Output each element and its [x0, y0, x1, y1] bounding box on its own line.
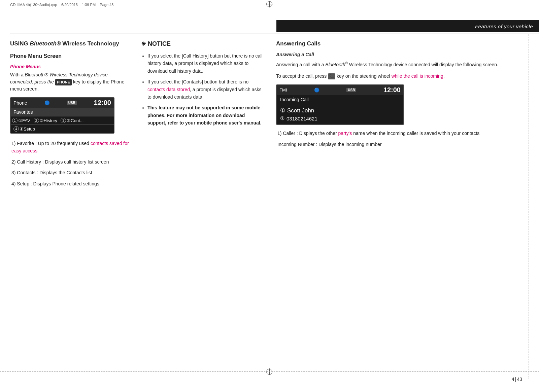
crosshair-bottom — [266, 368, 273, 375]
list-num-1: 1) — [11, 141, 17, 146]
list-item-4: 4) Setup : Displays Phone related settin… — [10, 180, 131, 187]
incoming-usb: USB — [346, 88, 356, 92]
page-num-val: 43 — [517, 377, 522, 382]
incoming-call-screen: FMI 🔵 USB 12:00 Incoming Call ① Scott Jo… — [276, 84, 404, 125]
menu-num-1: 1 — [12, 118, 18, 123]
notice-item-2: If you select the [Contacts] button but … — [147, 78, 263, 101]
caller-number-row: ② 03180214621 — [280, 115, 400, 121]
left-list: 1) Favorite : Up to 20 frequently used c… — [10, 140, 131, 187]
incoming-caller-info: ① Scott John ② 03180214621 — [277, 104, 403, 124]
list-item-3: 3) Contacts : Displays the Contacts list — [10, 169, 131, 176]
right-body-2: To accept the call, press key on the ste… — [276, 72, 525, 80]
right-column: Answering Calls Answering a Call Answeri… — [276, 40, 525, 151]
phone-menu-screen-title: Phone Menu Screen — [10, 53, 131, 59]
menu-icon-2: ② — [40, 118, 44, 123]
menu-label-history: History — [44, 118, 57, 123]
header-bar: Features of your vehicle — [276, 20, 539, 32]
setup-num: 4 — [13, 126, 19, 132]
right-highlight-1: party's — [338, 131, 352, 136]
screen-icon: 🔵 — [44, 100, 50, 105]
phone-screen-mockup: Phone 🔵 USB 12:00 Favorites 1 ① FAV 2 ② … — [10, 97, 114, 134]
incoming-call-label: Incoming Call — [277, 95, 403, 104]
body2-after: key on the steering wheel — [337, 73, 392, 79]
menu-item-history: 2 ② History — [34, 118, 57, 123]
right-item-2-text: Incoming Number : Displays the incoming … — [277, 142, 382, 147]
screen-favorites: Favorites — [11, 108, 114, 116]
bluetooth-brand-right: Bluetooth® — [325, 62, 348, 67]
list-text-1-before: Favorite : Up to 20 frequently used — [17, 141, 91, 146]
right-list-item-1: 1) Caller : Displays the other party's n… — [276, 130, 525, 137]
list-text-3: Contacts : Displays the Contacts list — [17, 170, 92, 175]
incoming-bt-icon: 🔵 — [314, 87, 319, 93]
notice-list: If you select the [Call History] button … — [141, 52, 263, 127]
answering-call-label: Answering a Call — [276, 52, 525, 57]
notice-highlight: contacts data stored — [147, 87, 190, 92]
menu-item-cont: 3 ③ Cont... — [61, 118, 83, 123]
screen-top-bar: Phone 🔵 USB 12:00 — [11, 98, 114, 108]
list-num-3: 3) — [11, 170, 17, 175]
notice-title: ✳ NOTICE — [141, 40, 263, 47]
incoming-top-bar: FMI 🔵 USB 12:00 — [277, 85, 403, 95]
file-meta: GD HMA 4b(130~Audio).qxp 6/20/2013 1:39 … — [10, 3, 113, 7]
phone-accept-icon — [328, 73, 335, 79]
number-num-label: ② — [280, 115, 284, 121]
section-title-using: USING Bluetooth® Wireless Technology — [10, 40, 131, 47]
caller-number: 03180214621 — [287, 116, 317, 121]
phone-menus-label: Phone Menus — [10, 64, 131, 69]
list-num-4: 4) — [11, 181, 17, 186]
menu-num-3: 3 — [61, 118, 66, 123]
caller-name: Scott John — [287, 107, 314, 114]
list-num-2: 2) — [11, 159, 17, 165]
menu-label-fav: FAV — [22, 118, 30, 123]
menu-item-fav: 1 ① FAV — [12, 118, 30, 123]
incoming-time: 12:00 — [383, 86, 401, 94]
brand-name: Bluetooth® — [30, 40, 61, 47]
body2-before: To accept the call, press — [276, 73, 328, 79]
screen-usb: USB — [67, 101, 77, 105]
page-sep: | — [515, 377, 516, 382]
menu-label-cont: Cont... — [71, 118, 83, 123]
meta-page: Page 43 — [100, 3, 113, 7]
top-divider — [10, 34, 539, 34]
screen-menu-row: 1 ① FAV 2 ② History 3 ③ Cont... — [11, 116, 114, 125]
phone-menus-body: With a Bluetooth® Wireless Technology de… — [10, 71, 131, 93]
page-prefix: 4 — [512, 377, 514, 382]
right-vline — [529, 34, 529, 379]
setup-icon: ④ — [20, 127, 24, 132]
menu-icon-1: ① — [18, 118, 22, 123]
left-column: USING Bluetooth® Wireless Technology Pho… — [10, 40, 131, 191]
right-list-item-2: Incoming Number : Displays the incoming … — [276, 141, 525, 148]
notice-star-icon: ✳ — [141, 41, 146, 47]
page-number: 4 | 43 — [512, 377, 522, 382]
header-text: Features of your vehicle — [475, 24, 533, 29]
caller-num-label: ① — [280, 107, 285, 114]
menu-icon-3: ③ — [67, 118, 71, 123]
notice-title-text: NOTICE — [148, 40, 171, 47]
setup-label: Setup — [24, 127, 35, 132]
list-item-2: 2) Call History : Displays call history … — [10, 158, 131, 166]
caller-name-row: ① Scott John — [280, 107, 400, 114]
right-list: 1) Caller : Displays the other party's n… — [276, 130, 525, 148]
meta-time: 1:39 PM — [82, 3, 96, 7]
bottom-divider — [0, 371, 539, 372]
screen-label: Phone — [13, 100, 27, 106]
right-body-1: Answering a call with a Bluetooth® Wirel… — [276, 61, 525, 68]
crosshair-top — [266, 1, 273, 7]
meta-date: 6/20/2013 — [61, 3, 78, 7]
screen-time: 12:00 — [94, 99, 111, 107]
notice-item-1: If you select the [Call History] button … — [147, 52, 263, 75]
list-text-2: Call History : Displays call history lis… — [17, 159, 109, 165]
screen-setup-row: 4 ④ Setup — [11, 125, 114, 133]
body2-highlight: while the call is incoming. — [392, 73, 445, 79]
meta-file: GD HMA 4b(130~Audio).qxp — [10, 3, 57, 7]
middle-column: ✳ NOTICE If you select the [Call History… — [141, 40, 263, 130]
menu-num-2: 2 — [34, 118, 39, 123]
phone-button: PHONE — [55, 79, 72, 85]
notice-item-3: This feature may not be supported in som… — [147, 104, 263, 127]
list-item-1: 1) Favorite : Up to 20 frequently used c… — [10, 140, 131, 155]
incoming-fmi: FMI — [279, 87, 287, 93]
right-section-title: Answering Calls — [276, 40, 525, 47]
list-text-4: Setup : Displays Phone related settings. — [17, 181, 100, 186]
